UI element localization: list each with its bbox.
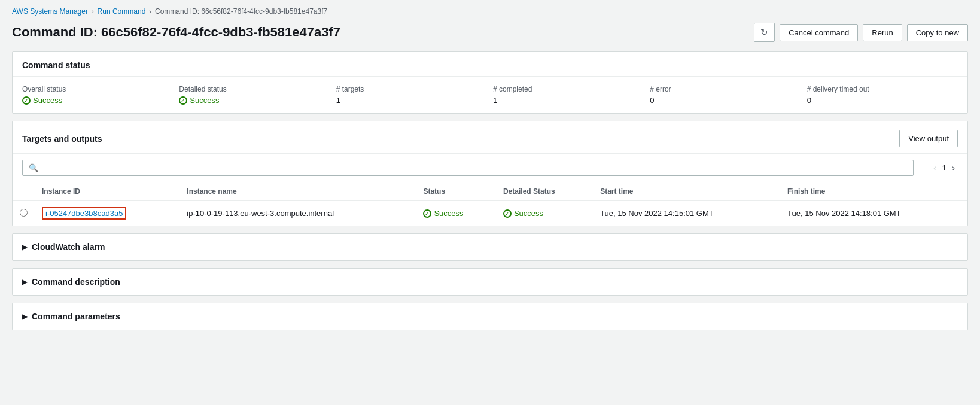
completed-value: 1 [493,96,644,105]
detailed-status-value: ✓ Success [179,96,330,105]
cloudwatch-alarm-header[interactable]: ▶ CloudWatch alarm [13,234,967,260]
instance-id-highlighted: i-05247dbe3b8cad3a5 [42,207,126,220]
command-parameters-header[interactable]: ▶ Command parameters [13,303,967,330]
overall-status-item: Overall status ✓ Success [22,85,173,105]
row-start-time-cell: Tue, 15 Nov 2022 14:15:01 GMT [593,201,780,226]
targets-panel-header: Targets and outputs View output [13,121,967,154]
row-radio-cell [13,201,35,226]
search-bar: 🔍 [22,160,914,176]
detailed-status-item: Detailed status ✓ Success [179,85,330,105]
completed-item: # completed 1 [493,85,644,105]
row-detailed-status-text: Success [514,209,543,218]
instances-table: Instance ID Instance name Status Detaile… [13,182,967,226]
page-title: Command ID: 66c56f82-76f4-4fcc-9db3-fb58… [12,25,340,40]
command-parameters-panel: ▶ Command parameters [12,303,968,330]
status-grid: Overall status ✓ Success Detailed status… [22,85,958,105]
table-col-select [13,182,35,201]
content-area: Command status Overall status ✓ Success … [0,51,980,342]
completed-label: # completed [493,85,644,93]
row-status-cell: ✓ Success [416,201,496,226]
targets-value: 1 [336,96,487,105]
overall-status-value: ✓ Success [22,96,173,105]
rerun-button[interactable]: Rerun [863,24,902,41]
pagination-current: 1 [942,163,946,172]
delivery-timed-out-label: # delivery timed out [807,85,958,93]
command-description-header[interactable]: ▶ Command description [13,269,967,295]
row-detailed-status-icon: ✓ [503,209,512,218]
table-row: i-05247dbe3b8cad3a5 ip-10-0-19-113.eu-we… [13,201,967,226]
command-status-panel: Command status Overall status ✓ Success … [12,51,968,114]
overall-status-text: Success [33,96,62,105]
row-finish-time-cell: Tue, 15 Nov 2022 14:18:01 GMT [780,201,967,226]
cloudwatch-alarm-title: CloudWatch alarm [32,242,105,252]
command-description-title: Command description [32,277,120,287]
overall-status-label: Overall status [22,85,173,93]
breadcrumb: AWS Systems Manager › Run Command › Comm… [0,0,980,20]
delivery-timed-out-value: 0 [807,96,958,105]
row-finish-time: Tue, 15 Nov 2022 14:18:01 GMT [787,209,901,218]
search-pagination-row: 🔍 ‹ 1 › [13,154,967,182]
row-instance-name-cell: ip-10-0-19-113.eu-west-3.compute.interna… [179,201,416,226]
detailed-status-icon: ✓ [179,96,187,105]
cloudwatch-alarm-panel: ▶ CloudWatch alarm [12,233,968,261]
targets-item: # targets 1 [336,85,487,105]
delivery-timed-out-item: # delivery timed out 0 [807,85,958,105]
table-body: i-05247dbe3b8cad3a5 ip-10-0-19-113.eu-we… [13,201,967,226]
refresh-button[interactable]: ↻ [754,23,775,42]
copy-to-new-button[interactable]: Copy to new [907,24,968,41]
targets-outputs-panel: Targets and outputs View output 🔍 ‹ 1 › … [12,121,968,226]
targets-panel-title: Targets and outputs [22,134,102,144]
table-header: Instance ID Instance name Status Detaile… [13,182,967,201]
breadcrumb-sep-2: › [149,8,151,15]
row-detailed-status-cell: ✓ Success [496,201,593,226]
table-col-instance-id: Instance ID [35,182,179,201]
command-status-panel-header: Command status [13,52,967,77]
breadcrumb-current: Command ID: 66c56f82-76f4-4fcc-9db3-fb58… [155,7,327,16]
breadcrumb-root[interactable]: AWS Systems Manager [12,7,88,16]
search-icon: 🔍 [29,163,38,172]
page-header: Command ID: 66c56f82-76f4-4fcc-9db3-fb58… [0,20,980,51]
cloudwatch-alarm-arrow: ▶ [22,243,27,251]
row-status-value: ✓ Success [423,209,489,218]
error-value: 0 [650,96,801,105]
command-description-panel: ▶ Command description [12,268,968,296]
breadcrumb-sep-1: › [92,8,94,15]
pagination: ‹ 1 › [930,162,958,175]
row-status-icon: ✓ [423,209,431,218]
table-col-status: Status [416,182,496,201]
error-item: # error 0 [650,85,801,105]
table-col-start-time: Start time [593,182,780,201]
command-status-panel-body: Overall status ✓ Success Detailed status… [13,77,967,113]
row-instance-id-cell: i-05247dbe3b8cad3a5 [35,201,179,226]
table-wrapper: Instance ID Instance name Status Detaile… [13,182,967,226]
detailed-status-text: Success [190,96,219,105]
cancel-command-button[interactable]: Cancel command [780,24,858,41]
view-output-button[interactable]: View output [899,130,958,147]
instance-name: ip-10-0-19-113.eu-west-3.compute.interna… [187,209,334,218]
overall-status-icon: ✓ [22,96,31,105]
table-col-finish-time: Finish time [780,182,967,201]
search-input[interactable] [42,163,907,172]
breadcrumb-section[interactable]: Run Command [98,7,146,16]
row-detailed-status-value: ✓ Success [503,209,586,218]
pagination-prev-button[interactable]: ‹ [930,162,939,175]
row-radio[interactable] [20,209,28,217]
row-status-text: Success [434,209,463,218]
command-parameters-arrow: ▶ [22,313,27,321]
header-actions: ↻ Cancel command Rerun Copy to new [754,23,968,42]
pagination-next-button[interactable]: › [949,162,958,175]
table-col-detailed-status: Detailed Status [496,182,593,201]
command-parameters-title: Command parameters [32,312,120,321]
table-header-row: Instance ID Instance name Status Detaile… [13,182,967,201]
table-col-instance-name: Instance name [179,182,416,201]
targets-label: # targets [336,85,487,93]
row-start-time: Tue, 15 Nov 2022 14:15:01 GMT [600,209,714,218]
instance-id-link[interactable]: i-05247dbe3b8cad3a5 [45,209,123,218]
error-label: # error [650,85,801,93]
command-description-arrow: ▶ [22,278,27,286]
detailed-status-label: Detailed status [179,85,330,93]
